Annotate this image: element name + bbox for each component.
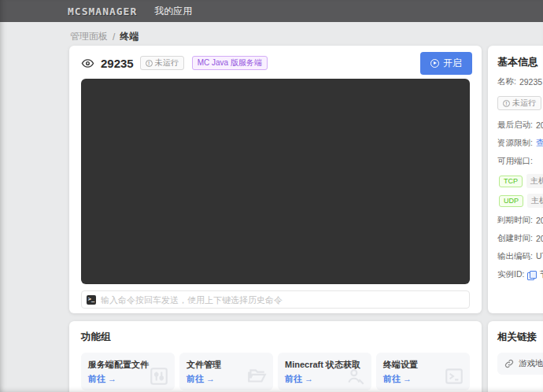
go-link[interactable]: 前往 → bbox=[187, 373, 215, 385]
sliders-icon bbox=[149, 366, 169, 386]
breadcrumb-terminal: 终端 bbox=[120, 30, 139, 43]
function-group-title: 功能组 bbox=[81, 331, 470, 344]
status-badge: ! 未运行 bbox=[140, 56, 184, 70]
copy-icon[interactable] bbox=[527, 271, 536, 279]
command-input-row: >_ bbox=[81, 290, 470, 309]
resource-limit-view-link[interactable]: 查看 bbox=[536, 138, 543, 149]
mcsmanager-logo[interactable]: MCSMANAGER bbox=[68, 6, 137, 17]
function-card-file-manager[interactable]: 文件管理 前往 → bbox=[179, 353, 273, 390]
menu-my-apps[interactable]: 我的应用 bbox=[154, 5, 192, 18]
info-badges-row: ! 未运行 MC Java 版服务端 bbox=[497, 96, 543, 110]
go-link[interactable]: 前往 → bbox=[88, 373, 116, 385]
go-link[interactable]: 前往 → bbox=[285, 373, 313, 385]
function-group-card: 功能组 服务端配置文件 前往 → 文件管理 前往 → Minecraft 状态获… bbox=[69, 321, 482, 392]
info-row-instance-id: 实例ID: 节点 bbox=[497, 269, 543, 280]
info-row-ports-label: 可用端口: bbox=[497, 156, 543, 167]
port-row-udp: UDP 主机: 11 bbox=[499, 194, 543, 208]
related-links-title: 相关链接 bbox=[497, 331, 543, 344]
function-grid: 服务端配置文件 前往 → 文件管理 前往 → Minecraft 状态获取 前往… bbox=[81, 353, 470, 390]
breadcrumb-separator: / bbox=[113, 31, 115, 43]
terminal-card: 29235 ! 未运行 MC Java 版服务端 开启 >_ bbox=[69, 46, 482, 313]
instance-type-badge: MC Java 版服务端 bbox=[192, 56, 268, 70]
game-address-link[interactable]: 游戏地址可见 bbox=[497, 353, 543, 375]
info-row-expire: 到期时间: 2025-12 bbox=[497, 215, 543, 226]
info-row-name: 名称: 29235 bbox=[497, 76, 543, 87]
eye-icon bbox=[81, 57, 94, 70]
info-circle-icon: ! bbox=[503, 100, 510, 107]
basic-info-card: 基本信息 名称: 29235 ! 未运行 MC Java 版服务端 最后启动: … bbox=[488, 46, 543, 313]
terminal-icon bbox=[444, 366, 464, 386]
function-card-server-config[interactable]: 服务端配置文件 前往 → bbox=[81, 353, 175, 390]
top-bar: MCSMANAGER 我的应用 bbox=[0, 0, 543, 22]
search-user-icon bbox=[345, 366, 366, 386]
port-row-tcp: TCP 主机: 114 bbox=[499, 174, 543, 188]
udp-host: 主机: 11 bbox=[527, 194, 543, 208]
info-circle-icon: ! bbox=[146, 60, 153, 67]
tcp-badge: TCP bbox=[499, 176, 523, 187]
folder-icon bbox=[246, 366, 268, 386]
instance-name: 29235 bbox=[101, 57, 134, 70]
info-row-created: 创建时间: 2025-10 bbox=[497, 233, 543, 244]
basic-info-title: 基本信息 bbox=[497, 55, 543, 69]
terminal-output[interactable] bbox=[81, 79, 470, 284]
function-card-minecraft-status[interactable]: Minecraft 状态获取 前往 → bbox=[278, 353, 371, 390]
terminal-prompt-icon: >_ bbox=[87, 295, 96, 305]
related-links-card: 相关链接 游戏地址可见 bbox=[488, 321, 543, 392]
link-icon bbox=[504, 359, 514, 368]
play-icon bbox=[430, 59, 439, 68]
command-input[interactable] bbox=[101, 295, 464, 305]
go-link[interactable]: 前往 → bbox=[383, 373, 412, 385]
udp-badge: UDP bbox=[499, 195, 523, 207]
function-card-terminal-settings[interactable]: 终端设置 前往 → bbox=[376, 353, 470, 390]
breadcrumb: 管理面板 / 终端 bbox=[70, 30, 139, 43]
instance-header: 29235 ! 未运行 MC Java 版服务端 开启 bbox=[81, 53, 472, 73]
info-row-resource-limit: 资源限制: 查看 bbox=[497, 138, 543, 149]
info-row-encoding: 输出编码: UTF8 编码 bbox=[497, 251, 543, 262]
status-badge-sidebar: ! 未运行 bbox=[497, 96, 541, 110]
start-button[interactable]: 开启 bbox=[420, 52, 472, 75]
tcp-host: 主机: 114 bbox=[526, 174, 543, 188]
info-row-last-start: 最后启动: 2025-11 bbox=[497, 120, 543, 131]
breadcrumb-admin-panel[interactable]: 管理面板 bbox=[70, 30, 108, 43]
